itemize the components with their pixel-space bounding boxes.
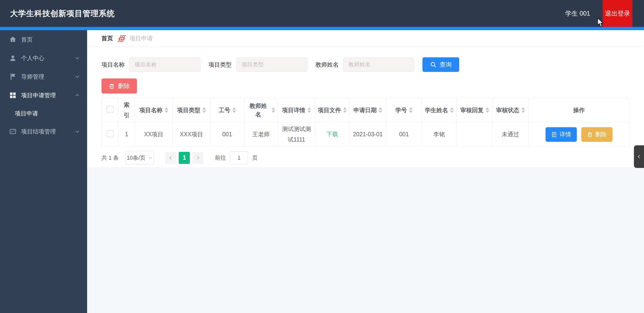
sort-icon[interactable] bbox=[202, 107, 206, 113]
sidebar-item-label: 首页 bbox=[21, 36, 33, 43]
col-job-no[interactable]: 工号 bbox=[210, 98, 244, 122]
cell-review-status: 未通过 bbox=[493, 122, 528, 147]
col-project-file[interactable]: 项目文件 bbox=[315, 98, 349, 122]
sidebar-item-label: 项目申请管理 bbox=[21, 92, 56, 99]
col-teacher-name[interactable]: 教师姓名 bbox=[244, 98, 278, 122]
col-project-detail[interactable]: 项目详情 bbox=[278, 98, 315, 122]
col-review-reply[interactable]: 审核回复 bbox=[457, 98, 493, 122]
chevron-left-icon bbox=[168, 155, 173, 161]
sidebar-item-personal-center[interactable]: 个人中心 bbox=[0, 49, 87, 67]
app-root: 大学生科技创新项目管理系统 学生 001 退出登录 首页 个人中心 导师管理 项… bbox=[0, 0, 644, 313]
trash-icon bbox=[587, 131, 593, 138]
sort-icon[interactable] bbox=[486, 107, 489, 113]
page-size-select[interactable]: 10条/页 bbox=[125, 151, 154, 165]
logout-button[interactable]: 退出登录 bbox=[603, 0, 632, 27]
cell-index: 1 bbox=[119, 122, 135, 147]
search-button[interactable]: 查询 bbox=[422, 57, 459, 72]
project-name-input[interactable] bbox=[129, 58, 200, 72]
cell-student-name: 李铭 bbox=[422, 122, 457, 147]
prev-page-button[interactable] bbox=[165, 152, 176, 164]
project-type-input[interactable] bbox=[236, 58, 307, 72]
sort-icon[interactable] bbox=[343, 107, 347, 113]
pagination: 共 1 条 10条/页 1 前往 页 bbox=[101, 151, 644, 165]
row-delete-button-label: 删除 bbox=[595, 130, 607, 138]
sort-icon[interactable] bbox=[521, 107, 525, 113]
chevron-down-icon bbox=[75, 129, 80, 134]
projects-table: 索引 项目名称 项目类型 工号 教师姓名 项目详情 项目文件 申请日期 学号 学… bbox=[101, 98, 630, 147]
teacher-name-input[interactable] bbox=[343, 58, 414, 72]
next-page-button[interactable] bbox=[192, 152, 203, 164]
chevron-down-icon bbox=[75, 74, 80, 79]
row-checkbox[interactable] bbox=[106, 130, 114, 137]
grid-icon bbox=[9, 92, 17, 99]
col-apply-date[interactable]: 申请日期 bbox=[349, 98, 386, 122]
search-icon bbox=[430, 61, 437, 68]
row-delete-button[interactable]: 删除 bbox=[581, 127, 613, 142]
trash-icon bbox=[109, 83, 115, 89]
sort-icon[interactable] bbox=[450, 107, 454, 113]
col-index: 索引 bbox=[119, 98, 135, 122]
flag-icon bbox=[9, 73, 17, 80]
row-select-cell bbox=[102, 122, 119, 147]
project-type-label: 项目类型 bbox=[208, 61, 232, 69]
select-all-checkbox[interactable] bbox=[106, 106, 114, 113]
app-title: 大学生科技创新项目管理系统 bbox=[10, 8, 115, 19]
topbar-right: 学生 001 退出登录 bbox=[565, 0, 632, 27]
detail-button-label: 详情 bbox=[560, 130, 571, 138]
sort-icon[interactable] bbox=[272, 107, 275, 113]
filter-bar: 项目名称 项目类型 教师姓名 查询 bbox=[101, 57, 644, 72]
table-row: 1 XX项目 XXX项目 001 王老师 测试测试测试1111 下载 2021-… bbox=[102, 122, 630, 147]
sort-icon[interactable] bbox=[409, 107, 413, 113]
sidebar: 首页 个人中心 导师管理 项目申请管理 项目申请 项目结项管理 bbox=[0, 30, 87, 313]
table-header-row: 索引 项目名称 项目类型 工号 教师姓名 项目详情 项目文件 申请日期 学号 学… bbox=[102, 98, 630, 122]
user-icon bbox=[9, 54, 17, 62]
sidebar-item-label: 项目结项管理 bbox=[21, 128, 56, 136]
sort-icon[interactable] bbox=[379, 107, 382, 113]
col-student-no[interactable]: 学号 bbox=[386, 98, 422, 122]
accent-strip bbox=[0, 27, 644, 30]
col-review-status[interactable]: 审核状态 bbox=[493, 98, 528, 122]
teacher-name-label: 教师姓名 bbox=[315, 61, 339, 69]
sidebar-item-project-closing-management[interactable]: 项目结项管理 bbox=[0, 122, 87, 141]
breadcrumb-home[interactable]: 首页 bbox=[101, 34, 113, 42]
col-student-name[interactable]: 学生姓名 bbox=[422, 98, 457, 122]
page-number-button[interactable]: 1 bbox=[179, 152, 190, 164]
project-name-label: 项目名称 bbox=[101, 61, 125, 69]
sidebar-item-label: 个人中心 bbox=[21, 54, 44, 62]
panel-collapse-handle[interactable] bbox=[634, 145, 644, 168]
sort-icon[interactable] bbox=[232, 107, 236, 113]
col-project-type[interactable]: 项目类型 bbox=[173, 98, 210, 122]
top-navbar: 大学生科技创新项目管理系统 学生 001 退出登录 bbox=[0, 0, 644, 27]
col-project-name[interactable]: 项目名称 bbox=[135, 98, 173, 122]
bulk-actions: 删除 bbox=[101, 78, 644, 94]
chevron-down-icon bbox=[148, 156, 153, 160]
sort-icon[interactable] bbox=[165, 107, 168, 113]
chevron-up-icon bbox=[75, 93, 80, 98]
logged-in-user: 学生 001 bbox=[565, 9, 590, 18]
sidebar-subitem-label: 项目申请 bbox=[15, 110, 38, 117]
document-icon bbox=[551, 131, 557, 138]
bulk-delete-label: 删除 bbox=[118, 82, 130, 90]
sidebar-subitem-project-application[interactable]: 项目申请 bbox=[0, 105, 87, 122]
sidebar-item-mentor-management[interactable]: 导师管理 bbox=[0, 67, 87, 86]
cell-job-no: 001 bbox=[210, 122, 244, 147]
col-operations: 操作 bbox=[528, 98, 630, 122]
goto-page-input[interactable] bbox=[230, 151, 248, 164]
cell-review-reply bbox=[457, 122, 493, 147]
cell-project-type: XXX项目 bbox=[173, 122, 210, 147]
breadcrumb: 首页 ∰ 项目申请 bbox=[87, 30, 644, 47]
cell-project-detail: 测试测试测试1111 bbox=[278, 122, 315, 147]
sidebar-item-home[interactable]: 首页 bbox=[0, 30, 87, 49]
cell-student-no: 001 bbox=[386, 122, 422, 147]
sort-icon[interactable] bbox=[307, 107, 311, 113]
bulk-delete-button[interactable]: 删除 bbox=[101, 78, 137, 94]
chevron-down-icon bbox=[75, 55, 80, 61]
cell-teacher-name: 王老师 bbox=[244, 122, 278, 147]
cell-apply-date: 2021-03-01 bbox=[349, 122, 386, 147]
breadcrumb-current: 项目申请 bbox=[130, 34, 153, 42]
detail-button[interactable]: 详情 bbox=[546, 127, 577, 142]
sidebar-item-project-application-management[interactable]: 项目申请管理 bbox=[0, 86, 87, 105]
cell-project-name: XX项目 bbox=[135, 122, 173, 147]
home-icon bbox=[9, 36, 17, 43]
download-link[interactable]: 下载 bbox=[327, 131, 338, 138]
